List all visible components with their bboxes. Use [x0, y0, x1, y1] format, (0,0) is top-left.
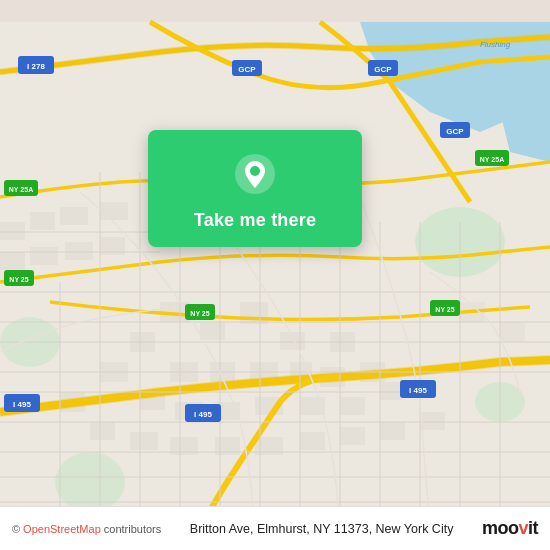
city-text: New York City: [376, 522, 454, 536]
attribution-suffix: contributors: [104, 523, 161, 535]
svg-text:GCP: GCP: [446, 127, 464, 136]
footer-address: Britton Ave, Elmhurst, NY 11373, New Yor…: [190, 522, 454, 536]
address-text: Britton Ave, Elmhurst, NY 11373,: [190, 522, 372, 536]
svg-rect-26: [380, 382, 402, 400]
footer-bar: © OpenStreetMap contributors Britton Ave…: [0, 506, 550, 550]
svg-rect-9: [240, 302, 268, 324]
svg-text:I 495: I 495: [13, 400, 31, 409]
copyright-symbol: ©: [12, 523, 20, 535]
svg-rect-35: [380, 422, 405, 440]
svg-text:GCP: GCP: [374, 65, 392, 74]
svg-point-5: [55, 452, 125, 512]
svg-text:Flushing: Flushing: [480, 40, 511, 49]
moovit-logo: moovit: [482, 518, 538, 539]
svg-rect-38: [500, 322, 525, 342]
svg-rect-10: [280, 332, 305, 350]
svg-rect-41: [60, 207, 88, 225]
svg-rect-34: [340, 427, 365, 445]
svg-rect-44: [30, 247, 58, 265]
svg-text:NY 25A: NY 25A: [480, 156, 504, 163]
footer-attribution: © OpenStreetMap contributors: [12, 523, 161, 535]
map-background: I 278 GCP GCP GCP NY 25A NY 25A NY 25 NY…: [0, 0, 550, 550]
svg-rect-36: [420, 412, 445, 430]
svg-rect-25: [340, 397, 365, 415]
map-container: I 278 GCP GCP GCP NY 25A NY 25A NY 25 NY…: [0, 0, 550, 550]
svg-text:NY 25: NY 25: [9, 276, 28, 283]
svg-rect-8: [200, 322, 225, 340]
svg-text:NY 25A: NY 25A: [9, 186, 33, 193]
take-me-there-button-label: Take me there: [194, 210, 316, 231]
svg-rect-42: [100, 202, 128, 220]
svg-rect-43: [0, 252, 25, 270]
openstreetmap-link[interactable]: OpenStreetMap: [23, 523, 101, 535]
svg-text:NY 25: NY 25: [435, 306, 454, 313]
svg-text:I 278: I 278: [27, 62, 45, 71]
location-pin-icon: [229, 148, 281, 200]
svg-text:I 495: I 495: [409, 386, 427, 395]
svg-text:NY 25: NY 25: [190, 310, 209, 317]
svg-point-73: [250, 166, 260, 176]
svg-text:GCP: GCP: [238, 65, 256, 74]
svg-text:I 495: I 495: [194, 410, 212, 419]
svg-rect-33: [300, 432, 325, 450]
svg-rect-39: [0, 222, 25, 240]
svg-rect-28: [90, 422, 115, 440]
svg-rect-29: [130, 432, 158, 450]
svg-rect-45: [65, 242, 93, 260]
action-card[interactable]: Take me there: [148, 130, 362, 247]
svg-rect-40: [30, 212, 55, 230]
